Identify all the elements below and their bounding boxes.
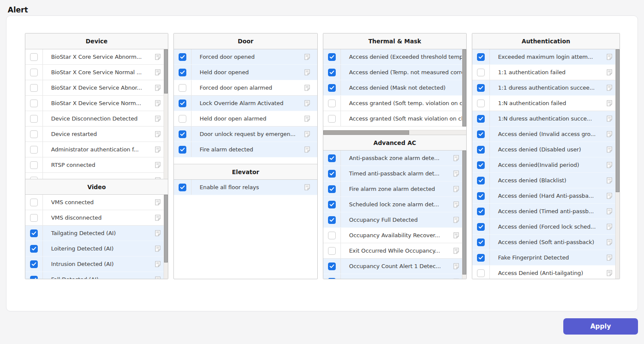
checkbox-unchecked[interactable] [328, 115, 336, 123]
checkbox-checked[interactable] [179, 69, 186, 76]
checkbox-checked[interactable] [30, 276, 38, 280]
memo-icon[interactable] [304, 84, 311, 91]
memo-icon[interactable] [606, 238, 613, 246]
checkbox-checked[interactable] [477, 84, 485, 92]
memo-icon[interactable] [154, 245, 161, 252]
alert-item-row[interactable]: Access denied (Temp. not measured correc [323, 65, 466, 80]
memo-icon[interactable] [606, 192, 613, 199]
vertical-scrollbar[interactable] [164, 49, 168, 179]
checkbox-checked[interactable] [328, 154, 336, 162]
alert-item-row[interactable]: Access Denied (Anti-tailgating) [472, 266, 620, 279]
alert-item-row[interactable]: Access granted (Soft temp. violation on … [323, 96, 466, 111]
memo-icon[interactable] [154, 130, 161, 138]
alert-item-row[interactable]: Access denied (Disabled user) [472, 142, 620, 157]
checkbox-checked[interactable] [477, 254, 485, 262]
memo-icon[interactable] [606, 269, 613, 277]
checkbox-unchecked[interactable] [477, 69, 485, 76]
alert-item-row[interactable]: 1:N authentication failed [472, 96, 620, 111]
memo-icon[interactable] [154, 69, 161, 76]
checkbox-unchecked[interactable] [477, 269, 485, 277]
memo-icon[interactable] [154, 84, 161, 91]
alert-item-row[interactable]: Held door open alarmed [174, 111, 317, 127]
memo-icon[interactable] [453, 247, 460, 254]
alert-item-row[interactable]: BioStar X Core Service Normal ... [25, 65, 168, 80]
memo-icon[interactable] [606, 115, 613, 122]
checkbox-unchecked[interactable] [30, 146, 38, 154]
alert-item-row[interactable]: Intrusion Detected (AI) [25, 256, 168, 272]
vertical-scrollbar-thumb[interactable] [616, 49, 620, 192]
memo-icon[interactable] [304, 146, 311, 153]
alert-item-row[interactable]: Fall Detected (AI) [25, 272, 168, 279]
alert-item-row[interactable]: Tailgating Detected (AI) [25, 226, 168, 241]
checkbox-checked[interactable] [328, 278, 336, 280]
alert-item-row[interactable]: Held door opened [174, 65, 317, 80]
checkbox-unchecked[interactable] [328, 232, 336, 239]
checkbox-checked[interactable] [328, 53, 336, 61]
alert-item-row[interactable]: Device Disconnection Detected [25, 111, 168, 127]
alert-item-row[interactable] [25, 173, 168, 179]
checkbox-checked[interactable] [477, 53, 485, 61]
memo-icon[interactable] [606, 146, 613, 153]
memo-icon[interactable] [304, 184, 311, 191]
memo-icon[interactable] [304, 115, 311, 122]
checkbox-checked[interactable] [477, 192, 485, 200]
memo-icon[interactable] [154, 100, 161, 107]
vertical-scrollbar[interactable] [462, 49, 466, 127]
vertical-scrollbar-thumb[interactable] [164, 195, 168, 263]
alert-item-row[interactable]: BioStar X Device Service Norm... [25, 96, 168, 111]
checkbox-checked[interactable] [328, 185, 336, 193]
checkbox-checked[interactable] [477, 161, 485, 169]
memo-icon[interactable] [304, 69, 311, 76]
checkbox-unchecked[interactable] [30, 177, 38, 179]
checkbox-unchecked[interactable] [30, 214, 38, 222]
memo-icon[interactable] [154, 115, 161, 122]
memo-icon[interactable] [154, 260, 161, 268]
alert-item-row[interactable] [323, 274, 466, 279]
apply-button[interactable]: Apply [563, 318, 638, 335]
checkbox-unchecked[interactable] [328, 247, 336, 255]
checkbox-checked[interactable] [477, 177, 485, 184]
memo-icon[interactable] [453, 185, 460, 193]
alert-item-row[interactable]: Fire alarm detected [174, 142, 317, 157]
memo-icon[interactable] [453, 278, 460, 279]
memo-icon[interactable] [154, 229, 161, 237]
memo-icon[interactable] [606, 223, 613, 230]
alert-item-row[interactable]: Exceeded maximum login attem... [472, 49, 620, 65]
alert-item-row[interactable]: Forced door open alarmed [174, 80, 317, 96]
alert-item-row[interactable]: Anti-passback zone alarm dete... [323, 151, 466, 166]
memo-icon[interactable] [453, 263, 460, 270]
vertical-scrollbar[interactable] [164, 195, 168, 279]
alert-item-row[interactable]: Fire alarm zone alarm detected [323, 181, 466, 197]
alert-item-row[interactable]: Loitering Detected (AI) [25, 241, 168, 256]
memo-icon[interactable] [304, 130, 311, 138]
memo-icon[interactable] [453, 232, 460, 239]
checkbox-checked[interactable] [477, 130, 485, 138]
alert-item-row[interactable]: Device restarted [25, 127, 168, 142]
checkbox-unchecked[interactable] [30, 115, 38, 123]
alert-item-row[interactable]: Timed anti-passback alarm det... [323, 166, 466, 181]
alert-item-row[interactable]: BioStar X Core Service Abnorm... [25, 49, 168, 65]
checkbox-unchecked[interactable] [30, 84, 38, 92]
checkbox-checked[interactable] [477, 146, 485, 154]
alert-item-row[interactable]: Access denied (Mask not detected) [323, 80, 466, 96]
alert-item-row[interactable]: 1:1 authentication failed [472, 65, 620, 80]
memo-icon[interactable] [453, 170, 460, 177]
alert-item-row[interactable]: Occupancy Availability Recover... [323, 228, 466, 243]
checkbox-checked[interactable] [477, 208, 485, 215]
checkbox-checked[interactable] [328, 84, 336, 92]
checkbox-checked[interactable] [179, 100, 186, 107]
memo-icon[interactable] [606, 177, 613, 184]
checkbox-checked[interactable] [328, 216, 336, 224]
checkbox-checked[interactable] [30, 229, 38, 237]
alert-item-row[interactable]: Scheduled lock zone alarm det... [323, 197, 466, 212]
horizontal-scrollbar[interactable] [323, 130, 466, 135]
alert-item-row[interactable]: Access denied (Timed anti-passb... [472, 204, 620, 219]
checkbox-checked[interactable] [328, 201, 336, 208]
memo-icon[interactable] [154, 53, 161, 60]
memo-icon[interactable] [453, 201, 460, 208]
memo-icon[interactable] [453, 154, 460, 162]
alert-item-row[interactable]: Access denied (Exceeded threshold temp.) [323, 49, 466, 65]
alert-item-row[interactable]: RTSP connected [25, 157, 168, 173]
vertical-scrollbar-thumb[interactable] [164, 49, 168, 94]
checkbox-checked[interactable] [477, 115, 485, 123]
